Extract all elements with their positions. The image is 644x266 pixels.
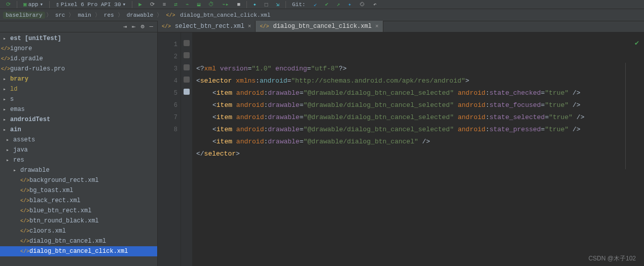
tree-item[interactable]: ▸brary [0, 74, 157, 84]
xml-file-icon: </> [20, 188, 27, 194]
tree-item[interactable]: </>background_rect.xml [0, 175, 157, 185]
coverage-icon[interactable]: ⬓ [194, 1, 204, 8]
inspection-ok-icon: ✔ [630, 32, 644, 266]
tree-item[interactable]: ▸androidTest [0, 115, 157, 125]
fold-gutter [181, 32, 192, 266]
editor-area: </> select_btn_rect.xml × </> dialog_btn… [158, 21, 644, 266]
tree-item[interactable]: </>cloors.xml [0, 226, 157, 236]
breadcrumb: baselibrary 〉 src 〉 main 〉 res 〉 drawabl… [0, 9, 644, 21]
chevron-right-icon: 〉 [95, 11, 100, 19]
main-toolbar: ⟳ ▣ app ▾ ▯ Pixel 6 Pro API 30 ▾ ▶ ⟳ ≡ ⇄… [0, 0, 644, 9]
avd-icon[interactable]: ⬚ [262, 1, 271, 8]
xml-file-icon: </> [20, 218, 27, 224]
xml-file-icon: </> [260, 24, 269, 29]
expand-icon[interactable]: ⇥ [123, 23, 127, 30]
tree-item[interactable]: </>id.gradle [0, 54, 157, 64]
tree-item-label: dialog_btn_cancel.xml [29, 238, 106, 245]
tree-item-label: dialog_btn_cancel_click.xml [29, 248, 128, 255]
tree-item-label: ain [10, 126, 21, 133]
xml-file-icon: </> [20, 198, 27, 204]
tab-select-btn-rect[interactable]: </> select_btn_rect.xml × [158, 21, 256, 32]
app-inspection-icon[interactable]: ⇲ [273, 1, 282, 8]
breadcrumb-file[interactable]: </> dialog_btn_cancel_click.xml [163, 12, 273, 19]
profile-icon[interactable]: ⏱ [205, 1, 217, 8]
folder-icon: ▸ [1, 127, 8, 133]
breadcrumb-item[interactable]: res [101, 12, 117, 19]
tree-item[interactable]: ▸ain [0, 125, 157, 135]
tree-item[interactable]: ▸drawable [0, 165, 157, 175]
git-branches-icon[interactable]: ✦ [345, 1, 354, 8]
tree-item-label: drawable [20, 167, 50, 174]
chevron-right-icon: 〉 [46, 11, 52, 19]
gear-icon[interactable]: ⚙ [141, 23, 145, 30]
tree-item[interactable]: </>guard-rules.pro [0, 64, 157, 74]
breadcrumb-item[interactable]: src [53, 12, 68, 19]
step-icon[interactable]: ⇄ [171, 1, 181, 8]
rerun-icon[interactable]: ⟳ [147, 1, 158, 8]
tree-item[interactable]: ▸ld [0, 84, 157, 94]
apply-changes-icon[interactable]: ≡ [160, 2, 169, 8]
tree-item[interactable]: </>black_rect.xml [0, 196, 157, 206]
breadcrumb-file-label: dialog_btn_cancel_click.xml [180, 12, 270, 18]
chevron-right-icon: 〉 [157, 11, 162, 19]
tree-item[interactable]: ▸emas [0, 104, 157, 115]
xml-file-icon: </> [166, 13, 175, 18]
collapse-icon[interactable]: ⇤ [132, 23, 135, 30]
debug-icon[interactable]: ⌁ [183, 1, 192, 8]
tree-item[interactable]: ▸est [unitTest] [0, 33, 157, 44]
device-dropdown[interactable]: ▯ Pixel 6 Pro API 30 ▾ [53, 1, 129, 8]
tree-item-label: btn_round_black.xml [29, 217, 99, 224]
revert-icon[interactable]: ↶ [370, 1, 380, 8]
project-tree: ⇥ ⇤ ⚙ — ▸est [unitTest]</>ignore</>id.gr… [0, 21, 158, 266]
run-config-dropdown[interactable]: ▣ app ▾ [20, 1, 46, 8]
run-icon[interactable]: ▶ [135, 1, 145, 8]
git-update-icon[interactable]: ↙ [310, 1, 320, 8]
device-label: Pixel 6 Pro API 30 [61, 2, 121, 8]
code-view[interactable]: <?xml version="1.0" encoding="utf-8"?><s… [192, 32, 630, 266]
xml-file-icon: </> [162, 24, 171, 29]
tree-item[interactable]: </>btn_round_black.xml [0, 216, 157, 226]
git-push-icon[interactable]: ↗ [334, 1, 343, 8]
breadcrumb-item[interactable]: baselibrary [3, 12, 45, 19]
git-commit-icon[interactable]: ✔ [322, 1, 332, 8]
tab-dialog-btn-cancel-click[interactable]: </> dialog_btn_cancel_click.xml × [256, 21, 383, 32]
stop-icon[interactable]: ■ [234, 2, 244, 8]
editor-body[interactable]: 12345678 <?xml version="1.0" encoding="u… [158, 32, 644, 266]
tree-toolbar: ⇥ ⇤ ⚙ — [0, 21, 157, 32]
breadcrumb-item[interactable]: main [75, 12, 93, 19]
tree-item-label: ignore [10, 45, 32, 52]
tree-item[interactable]: </>ignore [0, 44, 157, 54]
breadcrumb-item[interactable]: drawable [124, 12, 156, 19]
tree-item[interactable]: </>blue_btn_rect.xml [0, 206, 157, 216]
close-icon[interactable]: × [375, 23, 379, 29]
tree-item-label: emas [10, 106, 25, 113]
close-icon[interactable]: × [248, 23, 252, 29]
chevron-right-icon: 〉 [68, 11, 74, 19]
folder-icon: ▸ [1, 35, 8, 42]
attach-icon[interactable]: ⌁▸ [219, 1, 232, 8]
folder-icon: ▸ [4, 147, 11, 153]
history-icon[interactable]: ⏲ [356, 1, 368, 8]
android-icon: ▣ [23, 1, 27, 8]
tree-item[interactable]: </>bg_toast.xml [0, 185, 157, 196]
folder-icon: ▸ [1, 96, 8, 102]
tree-item[interactable]: ▸s [0, 94, 157, 104]
chevron-down-icon: ▾ [40, 1, 43, 8]
tree-item-label: java [13, 146, 28, 154]
chevron-right-icon: 〉 [118, 11, 123, 19]
tree-item-label: blue_btn_rect.xml [29, 207, 91, 214]
tree-item-label: guard-rules.pro [10, 65, 65, 72]
tree-item[interactable]: </>dialog_btn_cancel_click.xml [0, 246, 157, 256]
tree-item-label: est [unitTest] [10, 35, 61, 42]
xml-file-icon: </> [20, 249, 27, 254]
tree-item[interactable]: ▸assets [0, 135, 157, 145]
xml-file-icon: </> [1, 56, 8, 62]
hide-icon[interactable]: — [150, 23, 153, 30]
tree-item[interactable]: </>dialog_btn_cancel.xml [0, 236, 157, 246]
tree-item[interactable]: ▸java [0, 145, 157, 155]
xml-file-icon: </> [20, 239, 27, 244]
tree-item[interactable]: ▸res [0, 155, 157, 165]
tree-item-label: assets [13, 136, 35, 143]
sync-icon[interactable]: ⟳ [3, 1, 14, 8]
layout-inspector-icon[interactable]: ✦ [250, 1, 260, 8]
